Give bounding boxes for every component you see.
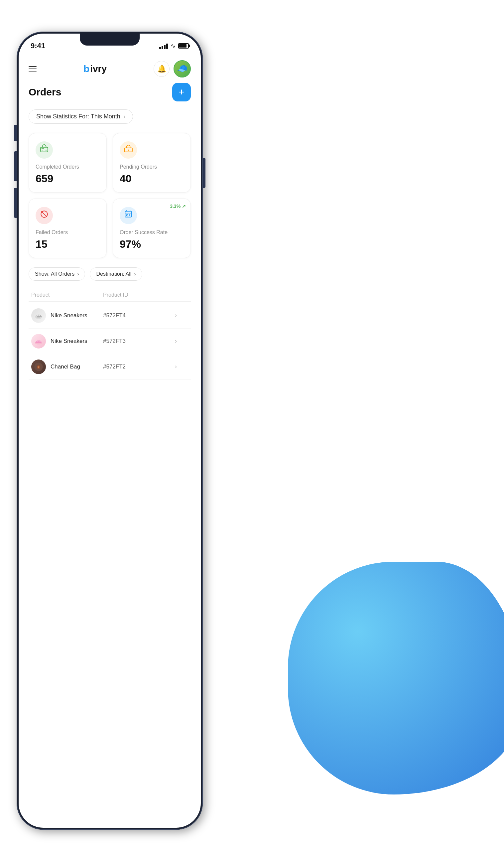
row-action: ›: [175, 312, 188, 319]
volume-up-button: [14, 151, 17, 181]
header-product: Product: [31, 292, 103, 298]
pending-orders-label: Pending Orders: [120, 164, 157, 170]
header-extra: [175, 292, 188, 298]
failed-orders-label: Failed Orders: [36, 230, 68, 235]
product-name: Chanel Bag: [51, 364, 80, 370]
hamburger-line-2: [29, 69, 37, 69]
svg-point-1: [45, 150, 46, 151]
status-icons: ∿: [159, 42, 189, 50]
product-thumbnail: [31, 334, 46, 348]
app-logo: bivry: [83, 63, 107, 74]
svg-rect-0: [41, 147, 48, 152]
product-thumbnail: [31, 308, 46, 323]
app-header: bivry 🔔 🧢: [29, 54, 191, 83]
completed-orders-card[interactable]: Completed Orders 659: [29, 133, 107, 193]
completed-orders-icon: [40, 144, 48, 155]
show-orders-label: Show: All Orders: [35, 271, 74, 277]
product-thumbnail: [31, 359, 46, 374]
signal-icon: [159, 43, 168, 49]
product-name: Nike Sneakers: [51, 338, 87, 344]
order-filters: Show: All Orders › Destination: All ›: [29, 268, 191, 281]
pending-orders-value: 40: [120, 173, 132, 185]
success-rate-card[interactable]: 3.3% ↗: [113, 199, 191, 258]
plus-icon: +: [179, 86, 184, 98]
page-title-row: Orders +: [29, 83, 191, 101]
svg-point-8: [36, 316, 37, 317]
table-row[interactable]: Nike Sneakers #572FT4 ›: [29, 303, 191, 329]
svg-rect-6: [127, 215, 128, 216]
failed-orders-icon: [40, 210, 48, 221]
logo-b-icon: b: [83, 63, 89, 74]
wifi-icon: ∿: [170, 42, 176, 50]
notification-bell-button[interactable]: 🔔: [154, 61, 170, 77]
phone-frame: 9:41 ∿: [17, 31, 203, 830]
status-time: 9:41: [31, 42, 45, 50]
avatar-emoji: 🧢: [177, 64, 187, 74]
show-orders-filter[interactable]: Show: All Orders ›: [29, 268, 85, 281]
app-content: bivry 🔔 🧢 Orders: [19, 54, 201, 380]
stats-filter-label: Show Statistics For: This Month: [36, 113, 120, 120]
logo-text: ivry: [90, 64, 107, 74]
row-action: ›: [175, 363, 188, 370]
failed-orders-value: 15: [36, 238, 47, 250]
success-rate-value: 97%: [120, 238, 141, 250]
hamburger-menu[interactable]: [29, 66, 37, 71]
success-rate-icon: [124, 210, 132, 221]
destination-chevron: ›: [134, 271, 136, 277]
product-cell: Chanel Bag: [31, 359, 103, 374]
badge-text: 3.3% ↗: [170, 204, 186, 209]
product-cell: Nike Sneakers: [31, 334, 103, 348]
stats-filter-chevron: ›: [124, 113, 125, 119]
battery-icon: [178, 43, 189, 49]
hamburger-line-3: [29, 71, 37, 71]
hamburger-line-1: [29, 66, 37, 67]
failed-orders-card[interactable]: Failed Orders 15: [29, 199, 107, 258]
header-actions: 🔔 🧢: [154, 60, 191, 78]
product-id: #572FT4: [103, 312, 175, 319]
volume-down-button: [14, 188, 17, 218]
phone-wrapper: 9:41 ∿: [17, 31, 203, 830]
success-rate-label: Order Success Rate: [120, 230, 168, 235]
pending-orders-icon: [124, 144, 132, 155]
phone-notch: [80, 33, 140, 45]
product-name: Nike Sneakers: [51, 312, 87, 319]
completed-orders-label: Completed Orders: [36, 164, 79, 170]
success-rate-badge: 3.3% ↗: [170, 204, 186, 209]
silent-switch: [14, 125, 17, 141]
stats-grid: Completed Orders 659: [29, 133, 191, 258]
product-cell: Nike Sneakers: [31, 308, 103, 323]
destination-label: Destination: All: [96, 271, 131, 277]
add-order-button[interactable]: +: [172, 83, 191, 101]
destination-filter[interactable]: Destination: All ›: [90, 268, 142, 281]
svg-rect-5: [125, 211, 132, 217]
pending-orders-icon-wrap: [120, 141, 137, 159]
product-id: #572FT2: [103, 364, 175, 370]
header-product-id: Product ID: [103, 292, 175, 298]
phone-screen: 9:41 ∿: [19, 33, 201, 828]
table-row[interactable]: Chanel Bag #572FT2 ›: [29, 354, 191, 380]
scene: 9:41 ∿: [0, 0, 504, 861]
power-button: [203, 158, 206, 188]
page-title: Orders: [29, 86, 61, 98]
row-action: ›: [175, 338, 188, 344]
completed-orders-icon-wrap: [36, 141, 53, 159]
orders-table: Nike Sneakers #572FT4 ›: [29, 303, 191, 380]
stats-filter-button[interactable]: Show Statistics For: This Month ›: [29, 109, 133, 124]
pending-orders-card[interactable]: Pending Orders 40: [113, 133, 191, 193]
show-orders-chevron: ›: [77, 271, 79, 277]
completed-orders-value: 659: [36, 173, 53, 185]
table-header: Product Product ID: [29, 289, 191, 302]
decorative-blob: [288, 562, 504, 794]
product-id: #572FT3: [103, 338, 175, 344]
user-avatar[interactable]: 🧢: [173, 60, 191, 78]
bell-icon: 🔔: [157, 65, 166, 73]
failed-orders-icon-wrap: [36, 207, 53, 224]
table-row[interactable]: Nike Sneakers #572FT3 ›: [29, 329, 191, 354]
success-rate-icon-wrap: [120, 207, 137, 224]
